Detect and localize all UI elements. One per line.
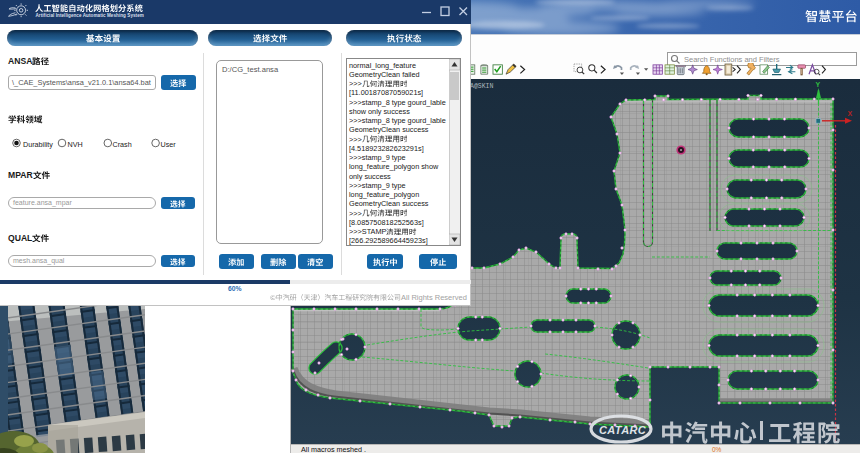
svg-text:A@SKIN: A@SKIN [470, 83, 494, 90]
svg-text:X: X [848, 110, 853, 117]
svg-text:Y: Y [816, 81, 821, 88]
svg-text:CATARC: CATARC [599, 424, 647, 436]
